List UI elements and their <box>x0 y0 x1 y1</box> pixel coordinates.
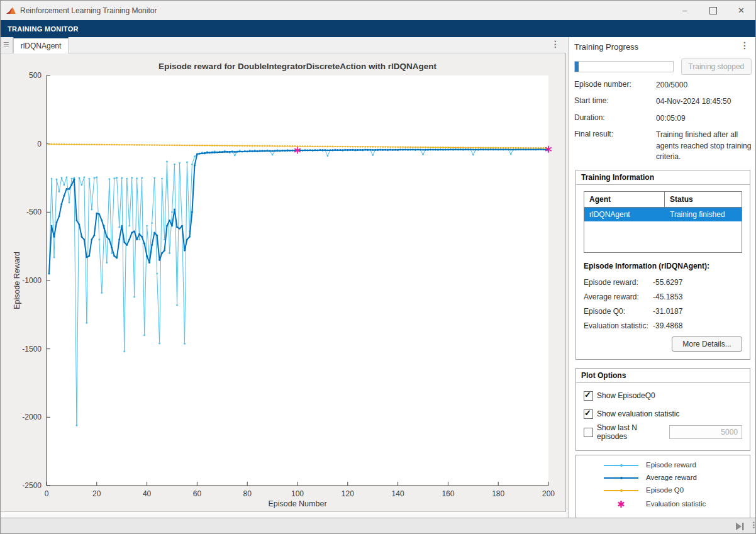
svg-text:500: 500 <box>29 71 42 80</box>
field-value: -31.0187 <box>653 307 682 316</box>
toolstrip: TRAINING MONITOR <box>1 20 755 37</box>
legend-item: Episode reward <box>604 461 750 470</box>
field-label: Final result: <box>574 130 656 162</box>
episode-info-row: Evaluation statistic:-39.4868 <box>584 321 742 330</box>
field-value: Training finished after all agents reach… <box>656 130 752 162</box>
field-value: -55.6297 <box>653 278 682 287</box>
training-information-header: Training Information <box>576 170 750 185</box>
close-button[interactable]: ✕ <box>727 1 755 20</box>
plot-options-body: Show EpisodeQ0Show evaluation statisticS… <box>576 383 750 450</box>
document-actions-icon[interactable]: ⋮ <box>551 39 560 49</box>
column-agent: Agent <box>584 192 665 207</box>
plot-option-row: Show evaluation statistic <box>584 408 742 420</box>
table-rows: rlDQNAgentTraining finished <box>584 208 742 221</box>
svg-text:160: 160 <box>442 489 454 498</box>
legend-item: Average reward <box>604 474 750 482</box>
legend-item: ✱Evaluation statistic(MeanEpisodeReward) <box>604 499 750 510</box>
svg-text:0: 0 <box>45 489 49 498</box>
chart-panel: Episode reward for DoubleIntegratorDiscr… <box>1 53 566 511</box>
training-information-section: Training Information Agent Status rlDQNA… <box>575 170 750 360</box>
training-stopped-button[interactable]: Training stopped <box>681 58 752 75</box>
expand-panel-icon[interactable] <box>734 522 745 533</box>
field-value: 00:05:09 <box>656 113 752 124</box>
svg-text:80: 80 <box>243 489 252 498</box>
svg-text:-1000: -1000 <box>22 276 42 285</box>
checkbox[interactable] <box>584 409 593 419</box>
matlab-logo-icon <box>6 6 16 15</box>
tab-rldqnagent[interactable]: rlDQNAgent <box>13 37 69 53</box>
figure-bottom-gap <box>1 511 566 518</box>
tab-training-monitor[interactable]: TRAINING MONITOR <box>1 25 86 33</box>
episode-info-row: Average reward:-45.1853 <box>584 292 742 301</box>
field-value: 04-Nov-2024 18:45:50 <box>656 96 752 107</box>
document-list-icon[interactable]: ☰ <box>1 37 13 53</box>
bottom-status-strip: ••• <box>1 518 756 534</box>
field-value: -39.4868 <box>653 321 682 330</box>
plot-option-row: Show last N episodes <box>584 426 742 438</box>
table-row[interactable]: rlDQNAgentTraining finished <box>584 208 742 221</box>
legend-line-marker-icon <box>604 486 638 495</box>
agent-status-table: Agent Status rlDQNAgentTraining finished <box>584 191 742 253</box>
checkbox[interactable] <box>584 428 593 437</box>
field-label: Duration: <box>574 113 656 124</box>
svg-text:-500: -500 <box>26 208 42 216</box>
legend-label: Episode Q0 <box>646 486 684 495</box>
field-label: Episode Q0: <box>584 307 653 316</box>
svg-text:60: 60 <box>193 489 202 498</box>
checkbox-label[interactable]: Show EpisodeQ0 <box>597 391 655 400</box>
legend-label: Average reward <box>646 474 697 482</box>
training-progress-bar <box>574 61 674 72</box>
progress-field-row: Final result:Training finished after all… <box>574 130 752 162</box>
field-value: -45.1853 <box>653 292 682 301</box>
svg-text:Episode Number: Episode Number <box>268 499 326 508</box>
svg-text:Episode reward for DoubleInteg: Episode reward for DoubleIntegratorDiscr… <box>158 62 436 71</box>
progress-field-row: Episode number:200/5000 <box>574 80 752 91</box>
last-n-episodes-input[interactable] <box>669 425 742 439</box>
svg-text:-1500: -1500 <box>22 345 42 353</box>
app-window: Reinforcement Learning Training Monitor … <box>0 0 756 534</box>
legend-label: Episode reward <box>646 461 696 470</box>
plot-options-section: Plot Options Show EpisodeQ0Show evaluati… <box>575 368 750 451</box>
legend-item: Episode Q0 <box>604 486 750 495</box>
svg-text:20: 20 <box>92 489 101 498</box>
reward-chart: Episode reward for DoubleIntegratorDiscr… <box>1 53 565 511</box>
checkbox-label[interactable]: Show evaluation statistic <box>597 409 679 418</box>
title-bar: Reinforcement Learning Training Monitor … <box>1 1 755 20</box>
legend-asterisk-icon: ✱ <box>604 499 638 510</box>
svg-text:200: 200 <box>542 489 555 498</box>
episode-info-row: Episode reward:-55.6297 <box>584 278 742 287</box>
field-label: Start time: <box>574 96 656 107</box>
svg-text:40: 40 <box>143 489 152 498</box>
window-title: Reinforcement Learning Training Monitor <box>20 6 157 15</box>
cell-status: Training finished <box>665 208 742 221</box>
progress-fill <box>575 62 579 72</box>
episode-information-fields: Episode reward:-55.6297Average reward:-4… <box>584 278 742 330</box>
svg-text:180: 180 <box>492 489 504 498</box>
table-header: Agent Status <box>584 192 742 208</box>
maximize-button[interactable] <box>699 1 727 20</box>
progress-field-row: Duration:00:05:09 <box>574 113 752 124</box>
svg-text:-2000: -2000 <box>22 413 42 421</box>
svg-text:Episode Reward: Episode Reward <box>13 252 21 309</box>
checkbox[interactable] <box>584 391 593 401</box>
chart-legend: Episode rewardAverage rewardEpisode Q0✱E… <box>575 455 750 518</box>
resize-handle-icon[interactable]: ••• <box>753 521 755 529</box>
checkbox-label[interactable]: Show last N episodes <box>597 423 669 441</box>
column-status: Status <box>665 192 742 207</box>
episode-information-header: Episode Information (rlDQNAgent): <box>584 262 742 270</box>
svg-text:140: 140 <box>392 489 404 498</box>
legend-label: Evaluation statistic(MeanEpisodeReward) <box>646 500 706 509</box>
field-label: Average reward: <box>584 292 653 301</box>
svg-text:0: 0 <box>37 140 42 148</box>
cell-agent: rlDQNAgent <box>584 208 665 221</box>
legend-line-marker-icon <box>604 461 638 470</box>
episode-info-row: Episode Q0:-31.0187 <box>584 307 742 316</box>
svg-text:120: 120 <box>342 489 354 498</box>
field-label: Episode reward: <box>584 278 653 287</box>
field-value: 200/5000 <box>656 80 752 91</box>
minimize-button[interactable]: – <box>670 1 699 20</box>
plot-options-header: Plot Options <box>576 369 750 383</box>
panel-menu-icon[interactable]: ⋮ <box>738 40 752 50</box>
more-details-button[interactable]: More Details... <box>672 337 742 352</box>
legend-line-marker-icon <box>604 474 638 482</box>
